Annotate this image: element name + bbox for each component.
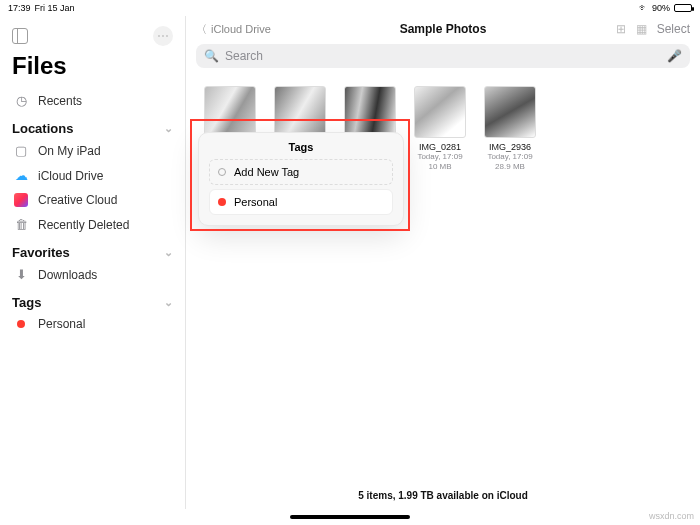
sidebar-item-on-my-ipad[interactable]: ▢ On My iPad [10,138,175,163]
tag-dot-icon [12,320,30,328]
status-time: 17:39 [8,3,31,13]
sidebar-section-favorites[interactable]: Favorites ⌄ [10,237,175,262]
sidebar-toggle-icon[interactable] [12,28,28,44]
tags-popover: Tags Add New Tag Personal [198,132,404,226]
sidebar-tag-personal[interactable]: Personal [10,312,175,336]
search-input[interactable]: 🔍 Search 🎤 [196,44,690,68]
mic-icon[interactable]: 🎤 [667,49,682,63]
file-thumbnail [344,86,396,138]
page-title: Sample Photos [336,22,550,36]
file-thumbnail [484,86,536,138]
file-thumbnail [204,86,256,138]
chevron-left-icon: 〈 [196,22,207,37]
tag-row-personal[interactable]: Personal [209,189,393,215]
watermark: wsxdn.com [649,511,694,521]
sidebar-section-locations[interactable]: Locations ⌄ [10,113,175,138]
status-date: Fri 15 Jan [35,3,75,13]
sidebar-label: Recents [38,94,82,108]
more-menu-icon[interactable]: ⋯ [153,26,173,46]
sidebar-item-icloud-drive[interactable]: ☁ iCloud Drive [10,163,175,188]
new-folder-icon[interactable]: ⊞ [616,22,626,36]
search-icon: 🔍 [204,49,219,63]
sidebar-item-recently-deleted[interactable]: 🗑 Recently Deleted [10,212,175,237]
trash-icon: 🗑 [12,217,30,232]
status-bar: 17:39 Fri 15 Jan ᯤ 90% [0,0,700,16]
app-title: Files [12,52,175,80]
clock-icon: ◷ [12,93,30,108]
nav-bar: 〈 iCloud Drive Sample Photos ⊞ ▦ Select [186,16,700,42]
file-thumbnail [414,86,466,138]
download-icon: ⬇ [12,267,30,282]
file-thumbnail [274,86,326,138]
wifi-icon: ᯤ [639,3,648,13]
add-new-tag-row[interactable]: Add New Tag [209,159,393,185]
ipad-icon: ▢ [12,143,30,158]
sidebar-item-downloads[interactable]: ⬇ Downloads [10,262,175,287]
home-indicator[interactable] [290,515,410,519]
main-content: 〈 iCloud Drive Sample Photos ⊞ ▦ Select … [186,16,700,509]
empty-tag-icon [218,168,226,176]
tag-dot-icon [218,198,226,206]
battery-icon [674,4,692,12]
chevron-down-icon: ⌄ [164,122,173,135]
file-item[interactable]: IMG_0281 Today, 17:09 10 MB [414,86,466,171]
sidebar: ⋯ Files ◷ Recents Locations ⌄ ▢ On My iP… [0,16,186,509]
creative-cloud-icon [12,193,30,207]
sidebar-section-tags[interactable]: Tags ⌄ [10,287,175,312]
file-item[interactable]: IMG_2936 Today, 17:09 28.9 MB [484,86,536,171]
select-button[interactable]: Select [657,22,690,36]
sidebar-item-recents[interactable]: ◷ Recents [10,88,175,113]
chevron-down-icon: ⌄ [164,296,173,309]
view-options-icon[interactable]: ▦ [636,22,647,36]
back-button[interactable]: 〈 iCloud Drive [196,22,336,37]
battery-pct: 90% [652,3,670,13]
sidebar-item-creative-cloud[interactable]: Creative Cloud [10,188,175,212]
cloud-icon: ☁ [12,168,30,183]
popover-title: Tags [209,139,393,159]
chevron-down-icon: ⌄ [164,246,173,259]
footer-status: 5 items, 1.99 TB available on iCloud [186,490,700,501]
